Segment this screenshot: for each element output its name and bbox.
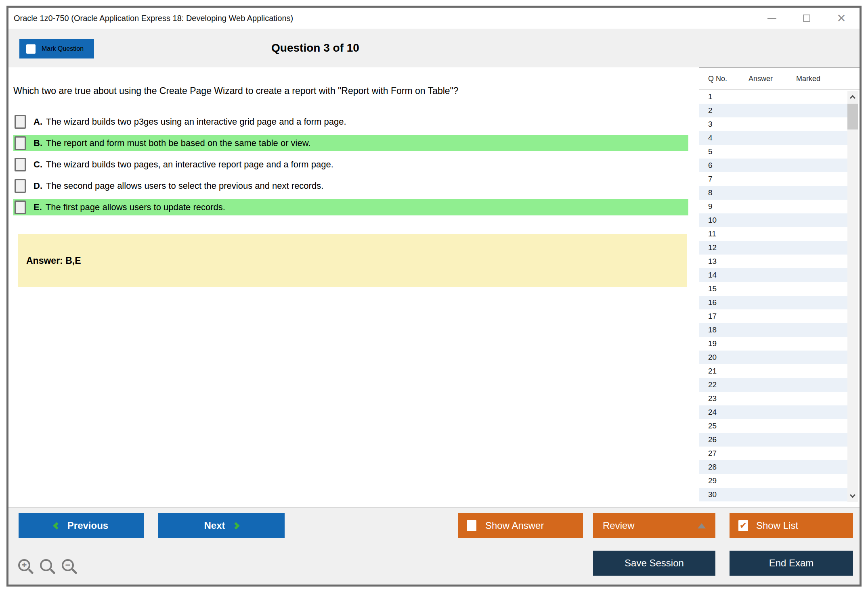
question-number: 15 xyxy=(708,284,717,293)
question-list-row[interactable]: 30 xyxy=(699,488,848,501)
end-exam-button[interactable]: End Exam xyxy=(730,551,853,576)
option-a[interactable]: A.The wizard builds two p3ges using an i… xyxy=(13,114,688,130)
question-list-row[interactable]: 12 xyxy=(699,241,848,255)
save-session-button[interactable]: Save Session xyxy=(593,551,715,576)
question-number: 18 xyxy=(708,326,717,334)
column-header-qno: Q No. xyxy=(708,75,748,83)
question-number: 20 xyxy=(708,353,717,362)
question-list-row[interactable]: 22 xyxy=(699,378,848,392)
option-checkbox[interactable] xyxy=(15,158,26,171)
question-number: 7 xyxy=(708,175,713,184)
question-list-row[interactable]: 5 xyxy=(699,145,848,159)
question-list-row[interactable]: 1 xyxy=(699,90,848,104)
next-button[interactable]: Next xyxy=(158,513,285,538)
option-letter: A. xyxy=(34,117,42,127)
question-number: 8 xyxy=(708,188,713,197)
zoom-in-button[interactable]: + xyxy=(18,559,32,573)
column-header-marked: Marked xyxy=(796,75,860,83)
option-checkbox[interactable] xyxy=(15,179,26,193)
show-list-label: Show List xyxy=(756,520,798,531)
close-button[interactable]: × xyxy=(834,11,848,25)
question-number: 21 xyxy=(708,367,717,376)
question-number: 14 xyxy=(708,271,717,280)
show-list-button[interactable]: ✔ Show List xyxy=(730,513,853,538)
question-list-row[interactable]: 7 xyxy=(699,172,848,186)
scrollbar-track[interactable] xyxy=(847,91,858,502)
question-list-row[interactable]: 8 xyxy=(699,186,848,200)
question-list-row[interactable]: 17 xyxy=(699,309,848,323)
chevron-up-icon xyxy=(850,95,855,101)
question-list-row[interactable]: 26 xyxy=(699,433,848,447)
question-list-row[interactable]: 3 xyxy=(699,117,848,131)
question-number: 19 xyxy=(708,339,717,348)
option-checkbox[interactable] xyxy=(15,136,26,150)
scroll-down-button[interactable] xyxy=(847,490,858,502)
end-exam-label: End Exam xyxy=(769,558,814,569)
minimize-icon xyxy=(767,18,776,19)
scrollbar-thumb[interactable] xyxy=(847,104,858,129)
zoom-out-button[interactable]: − xyxy=(62,559,75,573)
question-list-row[interactable]: 16 xyxy=(699,296,848,309)
maximize-button[interactable] xyxy=(800,11,813,25)
check-icon: ✔ xyxy=(740,521,747,530)
show-list-checkbox[interactable]: ✔ xyxy=(738,520,748,531)
save-session-label: Save Session xyxy=(625,558,684,569)
question-list-row[interactable]: 9 xyxy=(699,200,848,213)
question-panel: Which two are true about using the Creat… xyxy=(8,67,699,507)
question-number: 9 xyxy=(708,202,713,211)
question-number: 11 xyxy=(708,230,716,238)
question-number: 28 xyxy=(708,463,717,472)
scroll-up-button[interactable] xyxy=(847,91,858,103)
option-d[interactable]: D.The second page allows users to select… xyxy=(13,178,688,194)
question-number: 24 xyxy=(708,408,717,417)
question-number: 22 xyxy=(708,380,717,389)
option-checkbox[interactable] xyxy=(15,200,26,214)
question-list-row[interactable]: 27 xyxy=(699,447,848,460)
option-checkbox[interactable] xyxy=(15,115,26,129)
header-band: Mark Question Question 3 of 10 xyxy=(8,29,860,67)
question-list-row[interactable]: 15 xyxy=(699,282,848,296)
answer-box: Answer: B,E xyxy=(18,234,687,287)
title-bar: Oracle 1z0-750 (Oracle Application Expre… xyxy=(8,8,860,29)
show-answer-checkbox[interactable] xyxy=(467,520,476,531)
question-number: 17 xyxy=(708,312,717,321)
option-c[interactable]: C.The wizard builds two pages, an intera… xyxy=(13,157,688,173)
show-answer-button[interactable]: Show Answer xyxy=(458,513,583,538)
question-list-row[interactable]: 24 xyxy=(699,405,848,419)
question-list-row[interactable]: 2 xyxy=(699,104,848,117)
answer-text: Answer: B,E xyxy=(26,255,81,266)
question-number: 10 xyxy=(708,216,717,225)
question-list-row[interactable]: 25 xyxy=(699,419,848,433)
question-list-row[interactable]: 10 xyxy=(699,213,848,227)
question-list-row[interactable]: 11 xyxy=(699,227,848,241)
question-number: 27 xyxy=(708,449,717,458)
question-list-sidebar: Q No. Answer Marked 12345678910111213141… xyxy=(699,67,860,507)
question-list-row[interactable]: 6 xyxy=(699,159,848,172)
column-header-answer: Answer xyxy=(748,75,796,83)
question-list-row[interactable]: 20 xyxy=(699,351,848,364)
question-list-row[interactable]: 13 xyxy=(699,255,848,268)
minimize-button[interactable] xyxy=(765,11,779,25)
question-list-row[interactable]: 28 xyxy=(699,460,848,474)
triangle-up-icon xyxy=(698,523,706,528)
question-number: 12 xyxy=(708,243,717,252)
question-list-row[interactable]: 4 xyxy=(699,131,848,145)
question-list-row[interactable]: 19 xyxy=(699,337,848,351)
question-number: 1 xyxy=(708,92,713,101)
review-button[interactable]: Review xyxy=(593,513,715,538)
question-list-row[interactable]: 18 xyxy=(699,323,848,337)
question-list-row[interactable]: 29 xyxy=(699,474,848,488)
question-text: Which two are true about using the Creat… xyxy=(13,84,699,97)
question-number: 26 xyxy=(708,435,717,444)
question-number: 16 xyxy=(708,298,717,307)
option-text: The wizard builds two p3ges using an int… xyxy=(46,117,346,127)
bottom-toolbar: Previous Next Show Answer Review ✔ Show … xyxy=(8,507,860,585)
chevron-down-icon xyxy=(850,492,855,498)
zoom-reset-button[interactable] xyxy=(40,559,54,573)
option-e[interactable]: E.The first page allows users to update … xyxy=(13,199,688,215)
question-list-row[interactable]: 21 xyxy=(699,364,848,378)
question-list-row[interactable]: 23 xyxy=(699,392,848,405)
previous-button[interactable]: Previous xyxy=(19,513,144,538)
option-b[interactable]: B.The report and form must both be based… xyxy=(13,135,688,151)
question-list-row[interactable]: 14 xyxy=(699,268,848,282)
